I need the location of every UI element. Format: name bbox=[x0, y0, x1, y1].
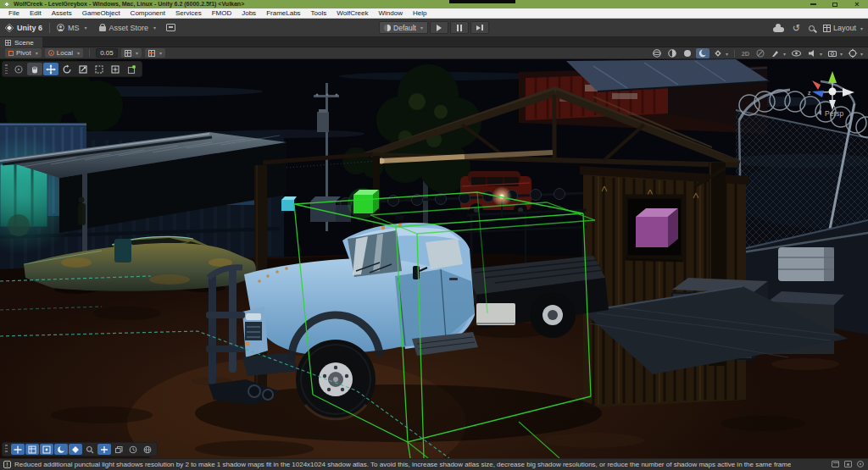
draw-mode-wireframe-button[interactable] bbox=[665, 48, 679, 58]
gizmo-center-cube[interactable] bbox=[829, 88, 837, 96]
search-overlay-button[interactable] bbox=[83, 444, 97, 455]
globe-overlay-button[interactable] bbox=[141, 444, 154, 455]
menu-component[interactable]: Component bbox=[125, 8, 170, 18]
play-icon bbox=[437, 25, 442, 31]
rotation-mode-dropdown[interactable]: Local ▾ bbox=[45, 48, 83, 58]
draw-mode-shaded-button[interactable] bbox=[650, 48, 664, 58]
status-message[interactable]: Reduced additional punctual light shadow… bbox=[14, 461, 791, 468]
account-dropdown[interactable]: MS bbox=[68, 24, 80, 32]
layers-icon bbox=[71, 445, 80, 454]
grid-snap-dropdown[interactable]: ▾ bbox=[145, 48, 165, 58]
grid-size-field[interactable]: 0.05 bbox=[96, 48, 118, 58]
projection-toggle-icon bbox=[817, 110, 821, 115]
rotate-tool-button[interactable] bbox=[59, 63, 75, 75]
view-tool-button[interactable] bbox=[11, 63, 26, 75]
minimize-button[interactable] bbox=[809, 0, 817, 8]
layout-grid-icon bbox=[823, 25, 831, 32]
titlebar-black-strip bbox=[449, 0, 515, 3]
globe-icon bbox=[143, 445, 152, 454]
camera-settings-dropdown[interactable]: ▾ bbox=[826, 48, 844, 58]
menu-tools[interactable]: Tools bbox=[306, 8, 332, 18]
playmode-context-icon bbox=[384, 25, 391, 31]
menubar: File Edit Assets GameObject Component Se… bbox=[0, 8, 868, 19]
eye-icon bbox=[791, 48, 802, 58]
menu-help[interactable]: Help bbox=[408, 8, 431, 18]
overlay-drag-handle-bottom[interactable] bbox=[5, 445, 8, 454]
menu-assets[interactable]: Assets bbox=[47, 8, 77, 18]
lighting-toggle-button[interactable] bbox=[681, 48, 694, 58]
scene-visibility-dropdown[interactable]: ▾ bbox=[769, 48, 787, 58]
axis-x-cone[interactable] bbox=[843, 88, 854, 97]
status-bar[interactable]: ! Reduced additional punctual light shad… bbox=[0, 458, 868, 470]
axis-y-cone[interactable] bbox=[828, 71, 837, 83]
progress-indicator-icon[interactable] bbox=[857, 461, 864, 467]
history-overlay-button[interactable] bbox=[126, 444, 140, 455]
axis-x-negative-cone[interactable] bbox=[812, 80, 821, 90]
menu-fmod[interactable]: FMOD bbox=[207, 8, 237, 18]
scenes-overlay-button[interactable] bbox=[112, 444, 125, 455]
lock-icon bbox=[99, 26, 106, 31]
maximize-button[interactable] bbox=[831, 0, 839, 8]
step-button[interactable] bbox=[470, 21, 489, 34]
unity-hub-icon bbox=[5, 23, 14, 31]
toggle-2d-button[interactable]: 2D bbox=[739, 48, 752, 58]
orientation-gizmo[interactable]: z Persp bbox=[807, 69, 861, 119]
menu-window[interactable]: Window bbox=[373, 8, 407, 18]
menu-services[interactable]: Services bbox=[170, 8, 207, 18]
menu-file[interactable]: File bbox=[3, 8, 25, 18]
blue-barrel bbox=[114, 239, 131, 263]
move-tool-button[interactable] bbox=[43, 63, 58, 75]
close-button[interactable]: × bbox=[853, 0, 861, 8]
snap-overlay-button[interactable] bbox=[40, 444, 53, 455]
pivot-mode-dropdown[interactable]: Pivot ▾ bbox=[5, 48, 42, 58]
menu-gameobject[interactable]: GameObject bbox=[77, 8, 125, 18]
scale-tool-button[interactable] bbox=[75, 63, 91, 75]
undo-history-icon[interactable]: ↺ bbox=[793, 24, 800, 33]
layout-dropdown[interactable]: Layout ▾ bbox=[823, 24, 863, 32]
effects-dropdown[interactable]: ▾ bbox=[711, 48, 730, 58]
scene-view-visibility-button[interactable] bbox=[789, 48, 804, 58]
stack-icon bbox=[114, 445, 123, 454]
component-tools-dropdown[interactable]: ▾ bbox=[805, 48, 824, 58]
tab-scene[interactable]: Scene bbox=[0, 37, 42, 47]
cross-icon bbox=[100, 445, 108, 454]
transform-overlay-button[interactable] bbox=[97, 444, 111, 455]
axis-z-label: z bbox=[808, 90, 811, 96]
menu-edit[interactable]: Edit bbox=[25, 8, 47, 18]
clock-icon bbox=[129, 445, 137, 454]
asset-store-dropdown[interactable]: Asset Store bbox=[109, 24, 149, 32]
overlay-drag-handle[interactable] bbox=[5, 64, 8, 74]
audio-mute-button[interactable] bbox=[754, 48, 767, 58]
rect-tool-button[interactable] bbox=[92, 63, 107, 75]
grid-visibility-dropdown[interactable]: ▾ bbox=[121, 48, 142, 58]
scene-lighting-button[interactable] bbox=[696, 48, 709, 58]
audio-muted-icon bbox=[755, 48, 765, 58]
tools-overlay bbox=[2, 61, 142, 77]
console-icon[interactable] bbox=[832, 461, 839, 467]
layers-overlay-button[interactable] bbox=[69, 444, 82, 455]
menu-framelabs[interactable]: FrameLabs bbox=[261, 8, 305, 18]
overlay-toolbar-bottom bbox=[2, 442, 158, 456]
gizmos-dropdown[interactable]: ▾ bbox=[846, 48, 865, 58]
pause-button[interactable] bbox=[450, 21, 469, 34]
play-button[interactable] bbox=[430, 21, 448, 34]
unity-version-label: Unity 6 bbox=[17, 24, 42, 32]
transform-tool-button[interactable] bbox=[108, 63, 123, 75]
activity-window-icon[interactable] bbox=[844, 461, 852, 467]
cloud-icon[interactable] bbox=[773, 27, 784, 32]
menu-jobs[interactable]: Jobs bbox=[236, 8, 261, 18]
menu-wolfcreek[interactable]: WolfCreek bbox=[331, 8, 373, 18]
lighting-overlay-button[interactable] bbox=[54, 444, 68, 455]
package-manager-icon[interactable] bbox=[166, 24, 175, 31]
grid-overlay-button[interactable] bbox=[25, 444, 39, 455]
projection-label[interactable]: Persp bbox=[825, 109, 843, 118]
crescent-icon bbox=[698, 48, 708, 58]
scene-viewport[interactable]: z Persp bbox=[0, 59, 868, 458]
move-overlay-button[interactable] bbox=[11, 444, 25, 455]
unity-app-icon bbox=[3, 1, 10, 8]
playmode-context-dropdown[interactable]: Default ▾ bbox=[379, 21, 428, 34]
custom-tool-button[interactable] bbox=[124, 63, 139, 75]
hand-tool-button[interactable] bbox=[27, 63, 42, 75]
search-icon[interactable] bbox=[809, 25, 815, 31]
axis-z-cone[interactable] bbox=[812, 91, 824, 97]
